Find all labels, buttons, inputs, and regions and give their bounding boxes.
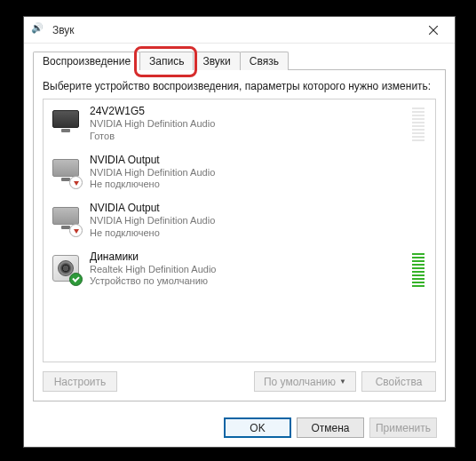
tab-strip: Воспроизведение Запись Звуки Связь bbox=[33, 51, 446, 70]
device-status: Готов bbox=[90, 131, 403, 143]
device-icon-monitor bbox=[51, 157, 81, 187]
device-text: 24V2W1G5 NVIDIA High Definition Audio Го… bbox=[90, 105, 403, 143]
button-label: OK bbox=[250, 422, 265, 434]
device-name: NVIDIA Output bbox=[90, 154, 428, 167]
device-icon-monitor bbox=[51, 108, 81, 139]
device-text: NVIDIA Output NVIDIA High Definition Aud… bbox=[90, 202, 428, 240]
device-row[interactable]: 24V2W1G5 NVIDIA High Definition Audio Го… bbox=[44, 99, 435, 148]
tab-panel-playback: Выберите устройство воспроизведения, пар… bbox=[33, 69, 446, 401]
button-label: Свойства bbox=[376, 376, 423, 388]
device-status: Не подключено bbox=[90, 227, 428, 240]
tab-sounds[interactable]: Звуки bbox=[193, 52, 240, 70]
sound-dialog: Звук Воспроизведение Запись Звуки Связь bbox=[23, 16, 456, 448]
dialog-button-row: OK Отмена Применить bbox=[33, 409, 446, 438]
close-icon bbox=[429, 26, 438, 35]
close-button[interactable] bbox=[416, 18, 451, 43]
chevron-down-icon: ▼ bbox=[339, 378, 346, 385]
tab-communications[interactable]: Связь bbox=[240, 52, 289, 70]
cancel-button[interactable]: Отмена bbox=[297, 417, 364, 438]
tab-playback[interactable]: Воспроизведение bbox=[33, 52, 140, 70]
dialog-body: Воспроизведение Запись Звуки Связь Выбер… bbox=[24, 44, 455, 447]
properties-button[interactable]: Свойства bbox=[361, 371, 436, 392]
tab-label: Связь bbox=[250, 55, 279, 68]
ok-button[interactable]: OK bbox=[224, 417, 291, 438]
button-label: Настроить bbox=[54, 376, 107, 388]
arrow-down-icon bbox=[69, 224, 83, 237]
button-label: Применить bbox=[376, 422, 431, 434]
tab-label: Воспроизведение bbox=[43, 55, 131, 68]
apply-button[interactable]: Применить bbox=[369, 417, 437, 438]
tab-label: Звуки bbox=[202, 55, 230, 68]
device-driver: Realtek High Definition Audio bbox=[90, 264, 403, 276]
button-label: По умолчанию bbox=[264, 376, 336, 388]
tab-label: Запись bbox=[149, 55, 184, 68]
device-driver: NVIDIA High Definition Audio bbox=[90, 167, 428, 179]
device-icon-speaker bbox=[51, 254, 81, 284]
level-meter bbox=[412, 251, 424, 287]
instruction-text: Выберите устройство воспроизведения, пар… bbox=[43, 79, 436, 93]
device-status: Не подключено bbox=[90, 179, 428, 191]
device-row[interactable]: NVIDIA Output NVIDIA High Definition Aud… bbox=[44, 196, 435, 245]
titlebar[interactable]: Звук bbox=[24, 17, 455, 44]
arrow-down-icon bbox=[69, 176, 83, 189]
device-name: Динамики bbox=[90, 250, 403, 264]
device-text: Динамики Realtek High Definition Audio У… bbox=[90, 250, 403, 289]
device-row[interactable]: NVIDIA Output NVIDIA High Definition Aud… bbox=[44, 148, 435, 197]
check-icon bbox=[69, 273, 83, 286]
device-driver: NVIDIA High Definition Audio bbox=[90, 215, 428, 227]
device-icon-monitor bbox=[51, 205, 81, 235]
device-text: NVIDIA Output NVIDIA High Definition Aud… bbox=[90, 154, 428, 192]
panel-button-row: Настроить По умолчанию ▼ Свойства bbox=[43, 371, 436, 392]
device-name: 24V2W1G5 bbox=[90, 105, 403, 118]
button-label: Отмена bbox=[311, 422, 349, 434]
window-title: Звук bbox=[52, 24, 75, 36]
default-button[interactable]: По умолчанию ▼ bbox=[254, 371, 356, 392]
device-status: Устройство по умолчанию bbox=[90, 275, 403, 288]
tab-recording[interactable]: Запись bbox=[139, 52, 194, 70]
level-meter bbox=[412, 106, 424, 141]
device-driver: NVIDIA High Definition Audio bbox=[90, 118, 403, 131]
device-list[interactable]: 24V2W1G5 NVIDIA High Definition Audio Го… bbox=[43, 99, 436, 362]
speaker-icon bbox=[33, 24, 45, 36]
configure-button[interactable]: Настроить bbox=[43, 371, 117, 392]
device-row[interactable]: Динамики Realtek High Definition Audio У… bbox=[44, 245, 435, 294]
device-name: NVIDIA Output bbox=[90, 202, 428, 215]
